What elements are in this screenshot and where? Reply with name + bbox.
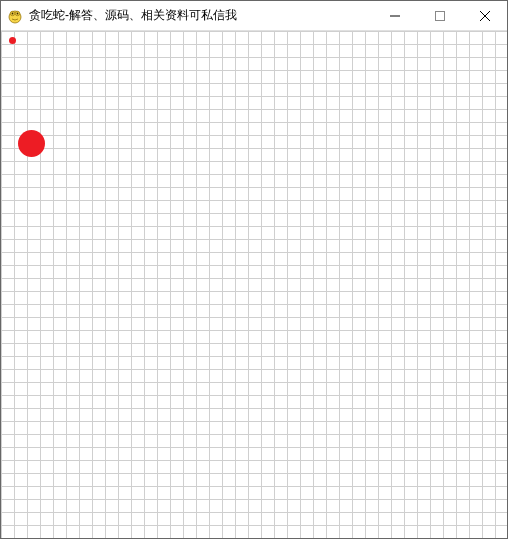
window-controls <box>372 1 507 30</box>
window-title: 贪吃蛇-解答、源码、相关资料可私信我 <box>29 7 372 24</box>
minimize-icon <box>390 11 400 21</box>
maximize-button <box>417 1 462 30</box>
grid-background <box>1 31 507 538</box>
maximize-icon <box>435 11 445 21</box>
close-icon <box>480 11 490 21</box>
food-dot <box>18 130 45 157</box>
close-button[interactable] <box>462 1 507 30</box>
svg-point-3 <box>12 12 14 14</box>
app-window: 贪吃蛇-解答、源码、相关资料可私信我 <box>0 0 508 539</box>
svg-rect-6 <box>435 11 444 20</box>
snake-segment <box>9 37 16 44</box>
minimize-button[interactable] <box>372 1 417 30</box>
game-canvas[interactable] <box>1 31 507 538</box>
svg-point-4 <box>17 12 19 14</box>
snake-app-icon <box>7 8 23 24</box>
titlebar: 贪吃蛇-解答、源码、相关资料可私信我 <box>1 1 507 31</box>
